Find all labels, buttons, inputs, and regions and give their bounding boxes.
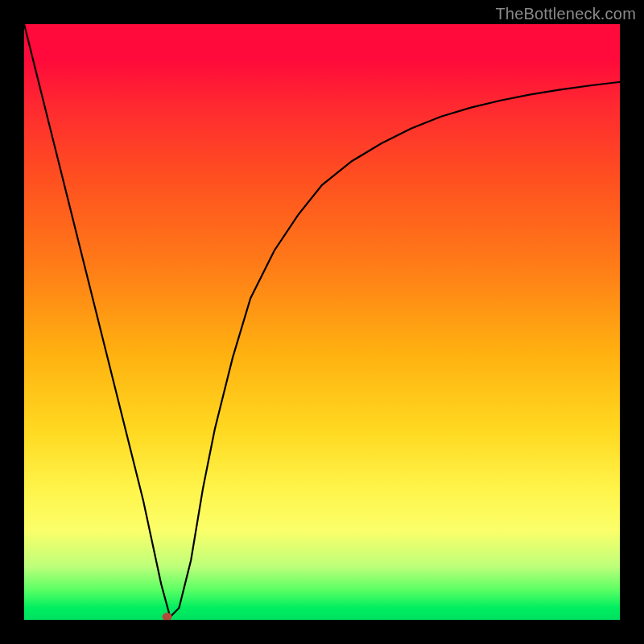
bottleneck-curve (24, 24, 620, 617)
plot-area (24, 24, 620, 620)
watermark-text: TheBottleneck.com (495, 5, 636, 23)
optimal-point-marker (163, 613, 172, 620)
chart-svg (24, 24, 620, 620)
chart-container: TheBottleneck.com (0, 0, 644, 644)
